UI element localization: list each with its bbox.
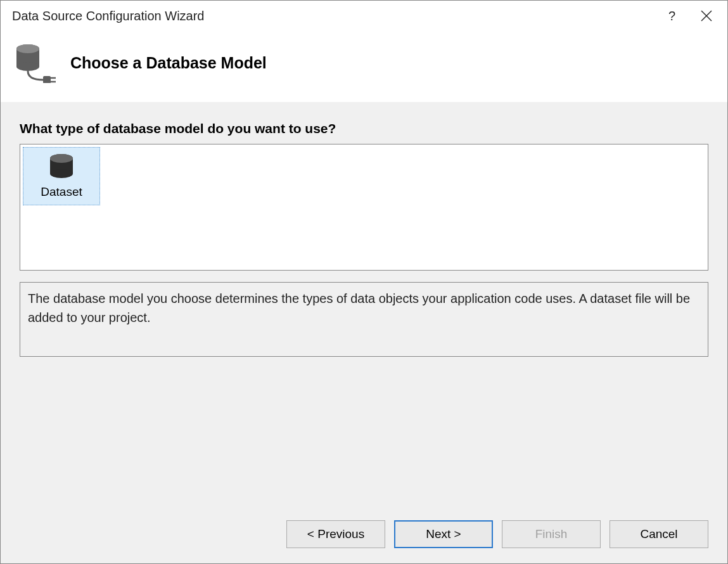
database-plug-icon — [13, 42, 59, 83]
svg-point-12 — [50, 154, 73, 163]
model-item-label: Dataset — [41, 185, 82, 199]
wizard-step-title: Choose a Database Model — [70, 54, 267, 72]
finish-button: Finish — [502, 520, 601, 548]
model-item-dataset[interactable]: Dataset — [23, 147, 100, 205]
help-icon[interactable]: ? — [668, 9, 675, 23]
database-icon — [48, 153, 75, 181]
svg-rect-6 — [43, 76, 51, 83]
svg-point-5 — [16, 44, 39, 53]
wizard-header: Choose a Database Model — [1, 31, 727, 102]
wizard-footer: < Previous Next > Finish Cancel — [1, 508, 727, 563]
model-description: The database model you choose determines… — [20, 282, 708, 357]
model-list[interactable]: Dataset — [20, 144, 708, 271]
previous-button[interactable]: < Previous — [286, 520, 385, 548]
titlebar-controls: ? — [668, 9, 716, 23]
cancel-button[interactable]: Cancel — [610, 520, 708, 548]
window-title: Data Source Configuration Wizard — [12, 9, 668, 23]
svg-point-11 — [50, 169, 73, 178]
titlebar: Data Source Configuration Wizard ? — [1, 1, 727, 31]
next-button[interactable]: Next > — [394, 520, 493, 548]
svg-point-4 — [16, 62, 39, 71]
close-icon[interactable] — [701, 10, 716, 22]
wizard-content: What type of database model do you want … — [1, 102, 727, 508]
model-question: What type of database model do you want … — [20, 121, 708, 136]
wizard-window: Data Source Configuration Wizard ? — [0, 0, 728, 564]
